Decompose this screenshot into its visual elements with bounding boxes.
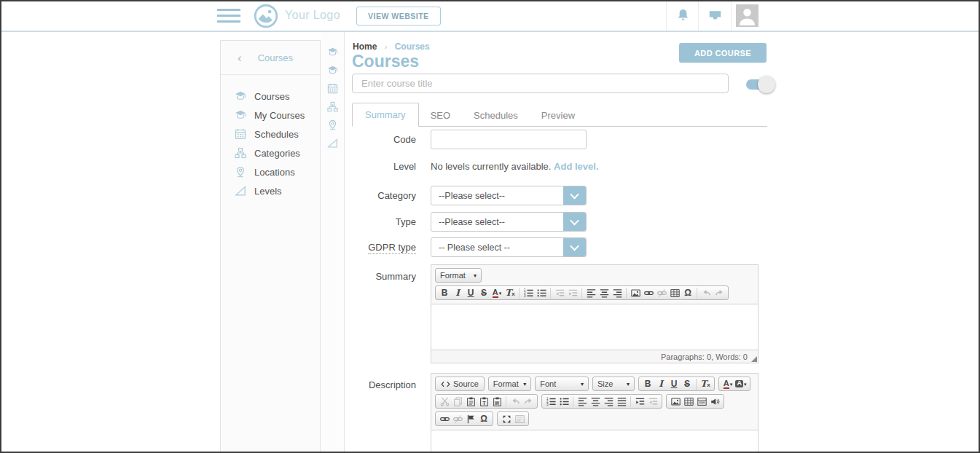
- align-right-button[interactable]: [611, 287, 624, 299]
- remove-format-button[interactable]: Tx: [503, 287, 517, 299]
- copy-button[interactable]: [451, 395, 464, 408]
- unlink-button[interactable]: [655, 287, 668, 299]
- remove-format-button[interactable]: Tx: [699, 378, 712, 390]
- sidebar-item-locations[interactable]: Locations: [221, 162, 320, 181]
- maximize-button[interactable]: [500, 413, 513, 425]
- rail-item-courses[interactable]: [321, 44, 344, 63]
- undo-button[interactable]: [699, 287, 713, 299]
- sidebar-item-levels[interactable]: Levels: [221, 181, 320, 200]
- chevron-down-icon[interactable]: [563, 186, 586, 205]
- numbered-list-button[interactable]: 123: [544, 395, 557, 408]
- sidebar-back-button[interactable]: ‹ Courses: [221, 41, 320, 75]
- font-dropdown[interactable]: Font▾: [535, 377, 589, 391]
- inbox-cell[interactable]: [698, 1, 732, 31]
- hamburger-menu-icon[interactable]: [217, 9, 240, 23]
- add-level-link[interactable]: Add level.: [554, 161, 598, 172]
- image-button[interactable]: [669, 395, 682, 408]
- strike-button[interactable]: S: [681, 378, 694, 390]
- align-center-button[interactable]: [589, 395, 602, 408]
- chevron-down-icon[interactable]: [563, 213, 586, 231]
- format-dropdown[interactable]: Format▾: [435, 268, 482, 283]
- bulleted-list-button[interactable]: [535, 287, 548, 299]
- link-button[interactable]: [438, 413, 451, 425]
- italic-button[interactable]: I: [654, 378, 667, 390]
- bell-icon[interactable]: [676, 8, 690, 25]
- anchor-button[interactable]: [464, 413, 477, 425]
- paste-word-button[interactable]: W: [490, 395, 503, 408]
- paste-text-button[interactable]: T: [477, 395, 490, 408]
- description-editor-content[interactable]: [431, 430, 758, 453]
- outdent-button[interactable]: [553, 287, 566, 299]
- sidebar-item-schedules[interactable]: Schedules: [221, 125, 320, 143]
- link-button[interactable]: [642, 287, 655, 299]
- sidebar-item-my-courses[interactable]: My Courses: [221, 106, 320, 125]
- undo-button[interactable]: [509, 395, 522, 408]
- breadcrumb-home[interactable]: Home: [353, 42, 377, 52]
- rail-item-my-courses[interactable]: [321, 63, 344, 81]
- text-color-button[interactable]: A▾: [721, 378, 734, 390]
- redo-button[interactable]: [713, 287, 726, 299]
- tab-seo[interactable]: SEO: [419, 105, 462, 126]
- numbered-list-button[interactable]: 123: [522, 287, 535, 299]
- tab-preview[interactable]: Preview: [530, 105, 587, 126]
- tab-schedules[interactable]: Schedules: [462, 105, 530, 126]
- category-select[interactable]: --Please select--: [431, 186, 587, 205]
- bg-color-button[interactable]: A▾: [734, 378, 748, 390]
- size-dropdown[interactable]: Size▾: [592, 377, 635, 391]
- align-center-button[interactable]: [597, 287, 611, 299]
- cut-button[interactable]: [438, 395, 451, 408]
- inbox-icon[interactable]: [708, 8, 722, 25]
- iframe-button[interactable]: [695, 395, 708, 408]
- paste-button[interactable]: [464, 395, 477, 408]
- underline-button[interactable]: U: [667, 378, 681, 390]
- view-website-button[interactable]: VIEW WEBSITE: [356, 7, 441, 25]
- resize-grip[interactable]: [751, 356, 757, 362]
- indent-button[interactable]: [566, 287, 579, 299]
- indent-button[interactable]: [633, 395, 646, 408]
- sidebar-item-courses[interactable]: Courses: [221, 87, 320, 106]
- tab-summary[interactable]: Summary: [352, 103, 419, 127]
- course-form: Code Level No levels currently available…: [352, 130, 767, 453]
- notifications-cell[interactable]: [666, 1, 699, 31]
- course-title-input[interactable]: [352, 74, 729, 93]
- outdent-button[interactable]: [646, 395, 659, 408]
- italic-button[interactable]: I: [451, 287, 464, 299]
- paste-icon: [466, 397, 476, 406]
- align-right-button[interactable]: [602, 395, 615, 408]
- add-course-button[interactable]: ADD COURSE: [679, 43, 767, 63]
- unlink-button[interactable]: [451, 413, 464, 425]
- summary-editor-content[interactable]: [431, 304, 758, 350]
- bulleted-list-button[interactable]: [557, 395, 571, 408]
- chevron-down-icon[interactable]: [563, 238, 586, 256]
- special-char-button[interactable]: Ω: [681, 287, 694, 299]
- sidebar-item-categories[interactable]: Categories: [221, 143, 320, 162]
- source-button[interactable]: Source: [435, 377, 485, 391]
- show-blocks-button[interactable]: [513, 413, 526, 425]
- table-button[interactable]: [682, 395, 695, 408]
- type-select[interactable]: --Please select--: [431, 212, 587, 232]
- text-color-button[interactable]: A▾: [490, 287, 503, 299]
- rail-item-locations[interactable]: [321, 117, 344, 135]
- strike-button[interactable]: S: [477, 287, 490, 299]
- audio-button[interactable]: [708, 395, 721, 408]
- redo-button[interactable]: [522, 395, 535, 408]
- gdpr-type-select[interactable]: -- Please select --: [431, 237, 587, 257]
- rail-item-levels[interactable]: [321, 135, 344, 154]
- align-left-button[interactable]: [584, 287, 597, 299]
- image-button[interactable]: [629, 287, 642, 299]
- summary-editor-toolbar: Format▾BIUSA▾Tx123Ω: [431, 265, 758, 304]
- code-input[interactable]: [431, 130, 587, 149]
- bold-button[interactable]: B: [641, 378, 654, 390]
- special-char-button[interactable]: Ω: [477, 413, 490, 425]
- description-label: Description: [352, 373, 416, 390]
- rail-item-categories[interactable]: [321, 99, 344, 117]
- rail-item-schedules[interactable]: [321, 81, 344, 99]
- table-button[interactable]: [668, 287, 681, 299]
- align-justify-button[interactable]: [615, 395, 628, 408]
- underline-button[interactable]: U: [464, 287, 477, 299]
- status-toggle[interactable]: [746, 79, 770, 90]
- format-dropdown[interactable]: Format▾: [488, 377, 531, 391]
- avatar[interactable]: [736, 4, 758, 27]
- align-left-button[interactable]: [576, 395, 589, 408]
- bold-button[interactable]: B: [438, 287, 451, 299]
